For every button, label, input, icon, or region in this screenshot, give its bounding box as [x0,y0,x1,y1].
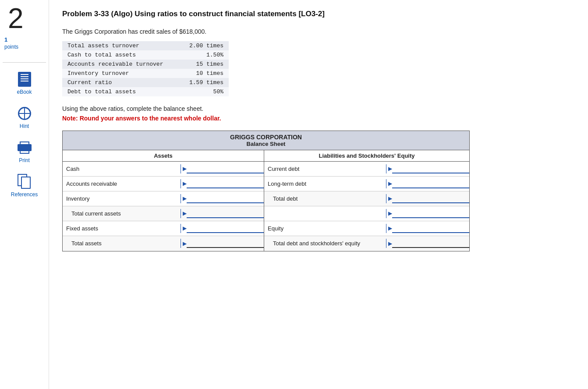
bs-liabilities-header: Liabilities and Stockholders' Equity [264,150,469,161]
table-row: Accounts receivable▶ [63,177,264,191]
points-label: points [4,44,18,50]
input-arrow-icon: ▶ [181,210,187,216]
input-arrow-icon: ▶ [181,166,187,172]
balance-sheet-input[interactable] [187,179,264,188]
balance-sheet: GRIGGS CORPORATION Balance Sheet Assets … [62,131,470,251]
balance-sheet-input[interactable] [187,209,264,218]
row-label: Current debt [264,163,386,175]
input-wrap: ▶ [386,179,469,188]
bs-col-headers: Assets Liabilities and Stockholders' Equ… [63,150,469,162]
input-arrow-icon: ▶ [181,240,187,247]
ratio-value: 10 times [176,69,229,78]
input-wrap: ▶ [386,164,469,173]
bs-company-name: GRIGGS CORPORATION [63,134,469,141]
bs-liabilities-col: Current debt▶Long-term debt▶Total debt▶▶… [264,162,469,251]
points-section: 1 points [0,36,18,50]
sidebar: 2 1 points eBook Hint [0,0,49,389]
table-row: Total debt and stockholders' equity▶ [264,236,469,251]
references-label: References [11,191,38,198]
ratio-label: Accounts receivable turnover [62,60,176,69]
input-wrap: ▶ [386,224,469,233]
sidebar-divider [3,62,46,63]
print-label: Print [19,157,30,163]
bs-body: Cash▶Accounts receivable▶Inventory▶Total… [63,162,469,251]
hint-label: Hint [20,123,29,129]
bs-title: Balance Sheet [63,141,469,147]
input-arrow-icon: ▶ [386,225,392,231]
row-label: Fixed assets [63,223,181,234]
bs-assets-header: Assets [63,150,264,161]
print-icon [17,140,32,156]
balance-sheet-input[interactable] [392,179,469,188]
row-label: Inventory [63,193,181,205]
ratio-value: 15 times [176,60,229,69]
balance-sheet-input[interactable] [187,224,264,233]
table-row: Inventory▶ [63,191,264,206]
balance-sheet-input[interactable] [187,194,264,203]
ratio-value: 2.00 times [176,41,229,50]
table-row: ▶ [264,206,469,221]
sidebar-item-hint[interactable]: Hint [0,100,49,134]
balance-sheet-input[interactable] [392,239,469,248]
sidebar-item-references[interactable]: References [0,169,49,203]
input-arrow-icon: ▶ [181,225,187,231]
row-label: Cash [63,163,181,175]
input-arrow-icon: ▶ [386,166,392,172]
instruction-text: Using the above ratios, complete the bal… [62,105,570,112]
input-arrow-icon: ▶ [386,210,392,216]
balance-sheet-input[interactable] [187,164,264,173]
table-row: Current debt▶ [264,162,469,177]
balance-sheet-input[interactable] [187,239,264,248]
row-label: Long-term debt [264,178,386,190]
ratio-label: Debt to total assets [62,87,176,96]
row-label: Total debt [264,193,386,205]
bs-header: GRIGGS CORPORATION Balance Sheet [63,131,469,150]
input-wrap: ▶ [386,239,469,248]
input-arrow-icon: ▶ [181,180,187,187]
ebook-label: eBook [17,89,32,95]
input-wrap: ▶ [386,194,469,203]
input-wrap: ▶ [181,239,264,248]
balance-sheet-input[interactable] [392,194,469,203]
references-icon [17,174,32,190]
bs-assets-col: Cash▶Accounts receivable▶Inventory▶Total… [63,162,264,251]
balance-sheet-input[interactable] [392,224,469,233]
intro-text: The Griggs Corporation has credit sales … [62,28,570,35]
input-wrap: ▶ [181,224,264,233]
input-wrap: ▶ [181,164,264,173]
table-row: Total debt▶ [264,191,469,206]
balance-sheet-input[interactable] [392,164,469,173]
sidebar-item-ebook[interactable]: eBook [0,66,49,100]
ratio-value: 1.50% [176,50,229,60]
row-label: Total current assets [63,208,181,219]
ratio-label: Total assets turnover [62,41,176,50]
row-label: Total debt and stockholders' equity [264,237,386,249]
row-label: Accounts receivable [63,178,181,190]
main-content: Problem 3-33 (Algo) Using ratios to cons… [49,0,588,389]
ratio-label: Inventory turnover [62,69,176,78]
table-row: Cash▶ [63,162,264,177]
table-row: Total assets▶ [63,236,264,251]
input-wrap: ▶ [386,209,469,218]
table-row: Total current assets▶ [63,206,264,221]
ratio-value: 50% [176,87,229,96]
sidebar-item-print[interactable]: Print [0,134,49,169]
ratio-value: 1.59 times [176,78,229,87]
note-text: Note: Round your answers to the nearest … [62,115,570,122]
input-wrap: ▶ [181,194,264,203]
input-arrow-icon: ▶ [386,240,392,247]
row-label: Total assets [63,237,181,249]
globe-icon [17,106,32,121]
balance-sheet-input[interactable] [392,209,469,218]
table-row: Long-term debt▶ [264,177,469,191]
row-label: Equity [264,223,386,234]
input-arrow-icon: ▶ [386,180,392,187]
ratio-label: Current ratio [62,78,176,87]
points-value: 1 [4,36,7,43]
problem-number: 2 [0,4,24,32]
table-row: Equity▶ [264,221,469,236]
problem-title: Problem 3-33 (Algo) Using ratios to cons… [62,9,570,19]
ratio-label: Cash to total assets [62,50,176,60]
input-wrap: ▶ [181,209,264,218]
input-arrow-icon: ▶ [386,195,392,202]
